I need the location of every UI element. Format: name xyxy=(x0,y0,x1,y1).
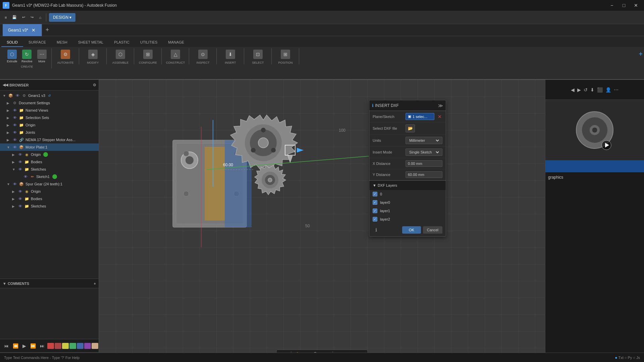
ribbon-tab-manage[interactable]: MANAGE xyxy=(163,38,190,47)
configure-button[interactable]: ⊞ xyxy=(141,48,155,60)
tab-close-button[interactable]: ✕ xyxy=(31,27,36,33)
skip-start-button[interactable]: ⏮ xyxy=(3,342,10,350)
select-dxf-button[interactable]: 📂 xyxy=(406,124,415,132)
construct-button[interactable]: △ xyxy=(169,48,182,60)
comments-add-icon[interactable]: + xyxy=(94,282,96,286)
py-label[interactable]: Py xyxy=(628,356,632,360)
color-chip-dark-red[interactable] xyxy=(55,343,61,349)
panel-expand-button[interactable]: ≫ xyxy=(438,103,443,108)
panel-info-button[interactable]: ℹ xyxy=(373,227,379,233)
insert-mode-select[interactable]: Single Sketch Multiple Sketches xyxy=(408,150,440,155)
minimize-button[interactable]: − xyxy=(606,0,617,11)
assemble-button[interactable]: ⬡ xyxy=(114,48,127,60)
motor-bodies-toggle[interactable]: ▶ xyxy=(12,160,16,164)
play-button[interactable]: ▶ xyxy=(21,342,28,350)
collapse-icon[interactable]: ◀◀ xyxy=(3,83,8,87)
js-radio[interactable]: ○ xyxy=(633,356,635,360)
browser-settings-icon[interactable]: ⊙ xyxy=(93,83,96,87)
automate-button[interactable]: ⚙ xyxy=(59,48,72,60)
rp-user-button[interactable]: 👤 xyxy=(605,87,611,93)
color-chip-purple[interactable] xyxy=(84,343,91,349)
x-distance-input[interactable] xyxy=(406,160,442,167)
units-select[interactable]: Millimeter Inch Centimeter xyxy=(408,138,440,143)
tree-document-settings[interactable]: ▶ ⚙ Document Settings xyxy=(0,99,99,107)
next-frame-button[interactable]: ⏩ xyxy=(29,342,37,350)
tree-joints[interactable]: ▶ 👁 📁 Joints xyxy=(0,129,99,136)
spur-origin-toggle[interactable]: ▶ xyxy=(12,190,16,193)
tree-named-views[interactable]: ▶ 👁 📁 Named Views xyxy=(0,107,99,114)
origin-toggle[interactable]: ▶ xyxy=(7,123,11,127)
color-chip-blue[interactable] xyxy=(77,343,84,349)
tree-spur-gear[interactable]: ▼ 👁 📦 Spur Gear (24 teeth):1 xyxy=(0,180,99,188)
select-button[interactable]: ⊡ xyxy=(251,48,265,60)
rp-back-button[interactable]: ◀ xyxy=(571,87,575,93)
units-dropdown[interactable]: Millimeter Inch Centimeter xyxy=(406,137,442,144)
active-tab[interactable]: Gears1 v3* ✕ xyxy=(3,24,42,36)
design-dropdown[interactable]: DESIGN ▾ xyxy=(49,13,75,22)
root-toggle[interactable]: ▼ xyxy=(3,94,7,98)
motor-origin-toggle[interactable]: ▶ xyxy=(12,153,16,157)
comments-header[interactable]: ▼ COMMENTS + xyxy=(0,279,99,288)
rp-more-button[interactable]: ⋯ xyxy=(614,87,619,93)
spur-sketches-toggle[interactable]: ▶ xyxy=(12,204,16,208)
py-radio[interactable]: ○ xyxy=(625,356,627,360)
layer-2-checkbox[interactable] xyxy=(373,217,377,222)
doc-settings-toggle[interactable]: ▶ xyxy=(7,101,11,105)
prev-frame-button[interactable]: ⏪ xyxy=(11,342,20,350)
y-distance-field[interactable] xyxy=(408,173,440,177)
ok-button[interactable]: OK xyxy=(402,226,421,234)
new-tab-button[interactable]: + xyxy=(42,25,53,36)
position-button[interactable]: ⊞ xyxy=(279,48,292,60)
skip-end-button[interactable]: ⏭ xyxy=(39,342,46,350)
inspect-button[interactable]: ⊙ xyxy=(196,48,210,60)
tree-origin[interactable]: ▶ 👁 📁 Origin xyxy=(0,121,99,129)
tree-motor-plate[interactable]: ▼ 👁 📦 Motor Plate:1 xyxy=(0,143,99,151)
create-revolve-button[interactable]: ↻ Revolve xyxy=(20,48,34,64)
color-chip-orange[interactable] xyxy=(92,343,98,349)
layers-header[interactable]: ▼ DXF Layers xyxy=(369,181,446,190)
comments-collapse-icon[interactable]: ▼ xyxy=(3,282,6,286)
viewport[interactable]: 60.00 100 50 ℹ INSERT DXF ≫ Plane/Sketch xyxy=(99,80,545,362)
layer-0-checkbox[interactable] xyxy=(373,200,377,205)
motor-sketches-toggle[interactable]: ▼ xyxy=(12,168,16,171)
app-menu-button[interactable]: ≡ xyxy=(3,14,9,21)
layer-0-checkbox[interactable] xyxy=(373,192,377,196)
named-views-toggle[interactable]: ▶ xyxy=(7,109,11,112)
insert-mode-dropdown[interactable]: Single Sketch Multiple Sketches xyxy=(406,148,442,156)
insert-button[interactable]: ⬇ xyxy=(224,48,237,60)
tree-motor-bodies[interactable]: ▶ 👁 📁 Bodies xyxy=(0,158,99,166)
undo-button[interactable]: ↩ xyxy=(20,14,27,21)
tree-selection-sets[interactable]: ▶ 👁 📁 Selection Sets xyxy=(0,114,99,121)
ribbon-tab-mesh[interactable]: MESH xyxy=(51,38,73,47)
color-chip-red[interactable] xyxy=(47,343,54,349)
tree-spur-origin[interactable]: ▶ 👁 ◉ Origin xyxy=(0,188,99,195)
tree-motor-sketches[interactable]: ▼ 👁 📁 Sketches xyxy=(0,166,99,173)
modify-button[interactable]: ◈ xyxy=(86,48,100,60)
spur-bodies-toggle[interactable]: ▶ xyxy=(12,197,16,201)
nema17-toggle[interactable]: ▶ xyxy=(7,138,11,142)
color-chip-yellow[interactable] xyxy=(62,343,69,349)
cancel-button[interactable]: Cancel xyxy=(423,226,442,234)
tree-spur-bodies[interactable]: ▶ 👁 📁 Bodies xyxy=(0,195,99,202)
tree-motor-origin[interactable]: ▶ 👁 ◉ Origin xyxy=(0,151,99,158)
layer-1-checkbox[interactable] xyxy=(373,208,377,213)
spur-gear-toggle[interactable]: ▼ xyxy=(7,182,11,186)
motor-plate-toggle[interactable]: ▼ xyxy=(7,145,11,149)
plane-sketch-clear-button[interactable]: ✕ xyxy=(437,113,442,120)
window-controls[interactable]: − □ ✕ xyxy=(606,0,641,11)
ribbon-tab-plastic[interactable]: PLASTIC xyxy=(109,38,135,47)
rp-screen-button[interactable]: ⬛ xyxy=(597,87,603,93)
save-button[interactable]: 💾 xyxy=(10,14,19,21)
ribbon-tab-sheet-metal[interactable]: SHEET METAL xyxy=(73,38,109,47)
color-chip-green[interactable] xyxy=(69,343,76,349)
tree-spur-sketches[interactable]: ▶ 👁 📁 Sketches xyxy=(0,202,99,210)
plane-sketch-value[interactable]: ▣ 1 selec... xyxy=(406,113,434,120)
rp-forward-button[interactable]: ▶ xyxy=(577,87,581,93)
create-more-button[interactable]: ⋯ More xyxy=(35,48,49,64)
x-distance-field[interactable] xyxy=(408,162,440,166)
joints-toggle[interactable]: ▶ xyxy=(7,131,11,134)
txt-label[interactable]: Txt xyxy=(619,356,624,360)
ribbon-tab-solid[interactable]: SOLID xyxy=(1,38,23,47)
tree-sketch1[interactable]: 👁 ✏ Sketch1 xyxy=(0,173,99,180)
tree-nema17[interactable]: ▶ 👁 🔗 NEMA 17 Stepper Motor Ass... xyxy=(0,136,99,143)
